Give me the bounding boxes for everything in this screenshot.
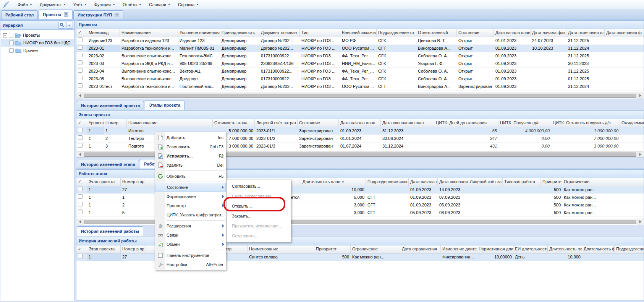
scroll-left-button[interactable] bbox=[77, 219, 83, 225]
context-menu-item[interactable]: ЦИТК. Указать шифр затрат... bbox=[155, 210, 226, 219]
table-row[interactable]: 2023-01тестРазработка технологии и...Пос… bbox=[76, 83, 644, 91]
column-header[interactable]: Этап проекта bbox=[87, 245, 121, 253]
column-header[interactable]: Документ-основан bbox=[259, 29, 300, 37]
row-checkbox[interactable] bbox=[78, 76, 83, 80]
column-header[interactable]: Приоритет bbox=[541, 178, 562, 186]
column-header[interactable]: Номер в прое bbox=[121, 178, 144, 186]
column-header[interactable]: Тип bbox=[300, 29, 340, 37]
context-menu-item[interactable]: Обмен bbox=[155, 240, 226, 249]
column-header[interactable]: Состояние bbox=[457, 29, 494, 37]
column-header[interactable]: Длительность план▼ bbox=[301, 178, 366, 186]
submenu-item[interactable]: Согласовать... bbox=[227, 181, 291, 191]
row-checkbox[interactable] bbox=[78, 254, 83, 258]
column-header[interactable]: Условное наименова bbox=[178, 29, 220, 37]
column-header[interactable]: Наименование bbox=[248, 245, 314, 253]
row-checkbox[interactable] bbox=[78, 60, 83, 65]
tree-checkbox[interactable] bbox=[9, 33, 13, 37]
column-header[interactable]: Номер bbox=[104, 119, 127, 127]
column-header[interactable]: Ограничение bbox=[351, 245, 400, 253]
tree-expander-icon[interactable]: − bbox=[3, 33, 7, 37]
main-tab[interactable]: Инструкции ПУП✕ bbox=[73, 10, 123, 19]
column-header[interactable]: Лицевой счёт затрат. bbox=[255, 119, 298, 127]
row-checkbox[interactable] bbox=[78, 209, 83, 214]
context-menu-item[interactable]: Расширения bbox=[155, 221, 226, 231]
detail-tab[interactable]: История изменений проекта bbox=[77, 101, 144, 110]
row-checkbox[interactable] bbox=[78, 128, 83, 132]
column-header[interactable]: Состояние bbox=[298, 119, 339, 127]
scroll-right-button[interactable] bbox=[637, 93, 643, 99]
row-checkbox[interactable] bbox=[78, 83, 83, 88]
context-menu-item[interactable]: УдалитьDel bbox=[155, 161, 226, 170]
column-header[interactable]: Уровень bbox=[87, 119, 104, 127]
scroll-left-button[interactable] bbox=[77, 93, 83, 99]
scroll-left-button[interactable] bbox=[77, 152, 83, 157]
tree-checkbox[interactable] bbox=[9, 48, 14, 53]
column-header[interactable]: Дата окончания пл bbox=[566, 29, 605, 37]
column-header[interactable]: Длительность пла bbox=[548, 245, 582, 253]
column-header[interactable]: Дата окончания план bbox=[381, 119, 434, 127]
column-header[interactable]: Стоимость этапа bbox=[213, 119, 255, 127]
context-menu-item[interactable]: Связи bbox=[155, 231, 226, 240]
table-row[interactable]: Изделие123Разработка изделия 123Изделие-… bbox=[76, 37, 644, 45]
column-header[interactable]: Внешний заказчик bbox=[340, 29, 377, 37]
table-row[interactable]: 2023-04Выполнение опытно-конс...Вектор-А… bbox=[76, 68, 644, 75]
detail-tab[interactable]: История изменений работы bbox=[77, 226, 143, 236]
row-checkbox[interactable] bbox=[78, 187, 83, 191]
column-header[interactable]: Длительность фак bbox=[582, 245, 615, 253]
tree-node[interactable]: Прочее bbox=[1, 47, 74, 54]
menubar-item-1[interactable]: Файл bbox=[14, 1, 36, 8]
column-header[interactable]: Ограничение bbox=[562, 178, 644, 186]
column-header[interactable]: Нормативная длит bbox=[477, 245, 513, 253]
row-checkbox[interactable] bbox=[78, 53, 83, 57]
column-header[interactable]: ЕИ длительности bbox=[513, 245, 548, 253]
column-header[interactable]: Лицевой счёт затр bbox=[468, 178, 503, 186]
column-header[interactable]: Наименование bbox=[127, 119, 213, 127]
menubar-item-7[interactable]: Справка bbox=[174, 1, 202, 8]
table-row[interactable]: 2023-01Разработка технологии и...Магнит … bbox=[76, 45, 644, 52]
column-header[interactable]: Дата ограничения bbox=[400, 245, 441, 253]
tab-close-icon[interactable]: ✕ bbox=[115, 13, 119, 17]
submenu-item-open[interactable]: Открыть... bbox=[227, 201, 291, 211]
scrollbar-thumb[interactable] bbox=[84, 94, 636, 98]
table-row[interactable]: 2023-05Выполнение опытно-конс...Дредноут… bbox=[76, 75, 644, 83]
column-header[interactable]: Дата начала план. bbox=[494, 29, 531, 37]
menubar-item-6[interactable]: Словари bbox=[145, 1, 174, 8]
table-row[interactable]: 2023-02Выполнение опытно-конс...Технолог… bbox=[76, 52, 644, 60]
context-menu-item[interactable]: Исправить...F2 bbox=[155, 151, 226, 161]
column-header[interactable]: Принадлежность bbox=[220, 29, 259, 37]
menubar-item-3[interactable]: Учёт bbox=[70, 1, 91, 8]
column-header[interactable]: Ответственный bbox=[416, 29, 457, 37]
scroll-right-button[interactable] bbox=[637, 219, 643, 225]
detail-tab[interactable]: Этапы проекта bbox=[145, 100, 184, 110]
column-header[interactable]: Изменение длител. bbox=[441, 245, 477, 253]
tree-node[interactable]: −Проекты bbox=[1, 31, 74, 39]
column-header[interactable]: ЦИТК. Осталось получить д/с bbox=[551, 119, 620, 127]
column-header[interactable]: Подразделение-ис bbox=[615, 245, 644, 253]
main-tab[interactable]: Рабочий стол bbox=[1, 10, 38, 19]
column-header[interactable]: Мнемокод bbox=[87, 29, 120, 37]
select-all-column-header[interactable]: ✓ bbox=[76, 29, 87, 37]
sort-arrow-icon[interactable]: ▼ bbox=[341, 180, 345, 184]
column-header[interactable]: Типовая работа bbox=[503, 178, 541, 186]
row-checkbox[interactable] bbox=[78, 202, 83, 206]
column-header[interactable]: Ожидаемые р bbox=[620, 119, 644, 127]
context-menu-item[interactable]: Настройки...Alt+Enter bbox=[155, 260, 226, 269]
context-menu-item[interactable]: Состояние bbox=[155, 183, 226, 192]
row-checkbox[interactable] bbox=[78, 68, 83, 73]
tree-search-button[interactable] bbox=[58, 22, 65, 29]
detail-tab[interactable]: История изменений этапа bbox=[77, 160, 139, 169]
column-header[interactable]: Дата начала план bbox=[339, 119, 381, 127]
context-menu-item[interactable]: Добавить...Ins bbox=[155, 133, 226, 142]
tab-close-icon[interactable]: ✕ bbox=[64, 12, 68, 17]
select-all-column-header[interactable]: ✓ bbox=[76, 119, 87, 127]
horizontal-scrollbar[interactable] bbox=[77, 93, 643, 98]
main-tab[interactable]: Проекты✕ bbox=[39, 10, 73, 19]
column-header[interactable]: Дата начала план. bbox=[409, 178, 438, 186]
collapse-panel-button[interactable]: « bbox=[66, 22, 73, 29]
column-header[interactable]: ЦИТК. Получено д/с bbox=[498, 119, 551, 127]
row-checkbox[interactable] bbox=[78, 45, 83, 50]
column-header[interactable]: Наименование bbox=[120, 29, 178, 37]
column-header[interactable]: Номер в пр bbox=[121, 245, 144, 253]
context-menu-item[interactable]: Просмотр bbox=[155, 201, 226, 210]
column-header[interactable]: Приоритет bbox=[314, 245, 351, 253]
